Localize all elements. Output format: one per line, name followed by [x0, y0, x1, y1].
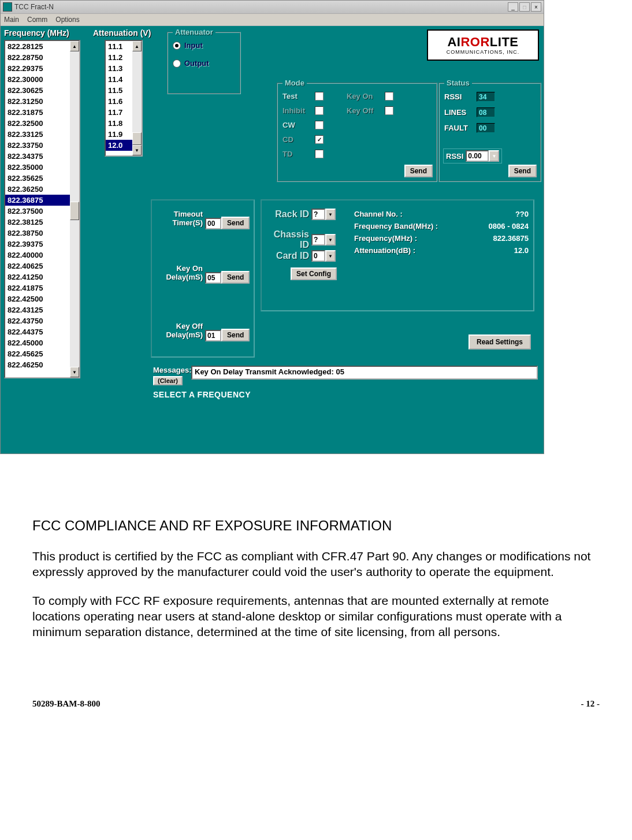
- frequency-item[interactable]: 822.34375: [5, 151, 79, 162]
- frequency-item[interactable]: 822.41875: [5, 283, 79, 293]
- minimize-button[interactable]: _: [508, 2, 518, 12]
- mode-keyon[interactable]: Key On: [347, 92, 393, 101]
- frequency-item[interactable]: 822.35000: [5, 162, 79, 173]
- menu-options[interactable]: Options: [55, 16, 79, 24]
- keyoff-send-button[interactable]: Send: [221, 329, 250, 341]
- status-legend: Status: [444, 79, 472, 87]
- rssi-dropdown[interactable]: 0.00 ▼: [466, 150, 499, 162]
- checkbox-icon[interactable]: [315, 92, 324, 101]
- frequency-item[interactable]: 822.36875: [5, 195, 79, 206]
- doc-heading: FCC COMPLIANCE AND RF EXPOSURE INFORMATI…: [32, 516, 600, 534]
- atten-scrollbar[interactable]: ▲ ▼: [132, 41, 142, 155]
- maximize-button[interactable]: □: [519, 2, 530, 12]
- rack-id-dropdown[interactable]: ?▼: [311, 209, 336, 220]
- frequency-item[interactable]: 822.40000: [5, 250, 79, 261]
- frequency-item[interactable]: 822.35625: [5, 173, 79, 184]
- frequency-item[interactable]: 822.28125: [5, 41, 79, 52]
- checkbox-icon[interactable]: [385, 92, 393, 101]
- frequency-item[interactable]: 822.30000: [5, 74, 79, 85]
- attenuation-value: 12.0: [514, 246, 529, 255]
- rssi-value: 34: [477, 92, 495, 102]
- scroll-thumb[interactable]: [132, 132, 142, 145]
- frequency-item[interactable]: 822.32500: [5, 118, 79, 129]
- frequency-item[interactable]: 822.31875: [5, 107, 79, 118]
- timeout-input[interactable]: 00: [205, 218, 221, 229]
- set-config-button[interactable]: Set Config: [291, 267, 337, 280]
- messages-clear-button[interactable]: (Clear): [153, 376, 183, 385]
- scroll-thumb[interactable]: [70, 202, 79, 220]
- menu-comm[interactable]: Comm: [27, 16, 47, 24]
- frequency-item[interactable]: 822.44375: [5, 326, 79, 337]
- logo: AIRORLITE COMMUNICATIONS, INC.: [427, 29, 539, 61]
- frequency-item[interactable]: 822.45000: [5, 337, 79, 348]
- keyon-input[interactable]: 05: [205, 272, 221, 284]
- attenuator-input-radio[interactable]: Input: [173, 41, 235, 50]
- frequency-item[interactable]: 822.33750: [5, 140, 79, 151]
- messages-text: Key On Delay Transmit Acknowledged: 05: [191, 366, 538, 380]
- mode-keyoff[interactable]: Key Off: [347, 106, 393, 115]
- titlebar: TCC Fract-N _ □ ×: [1, 1, 544, 14]
- page-footer: 50289-BAM-8-800 - 12 -: [0, 653, 632, 720]
- frequency-listbox[interactable]: 822.28125822.28750822.29375822.30000822.…: [4, 40, 80, 378]
- chevron-down-icon[interactable]: ▼: [325, 209, 336, 220]
- frequency-item[interactable]: 822.40625: [5, 261, 79, 272]
- menu-main[interactable]: Main: [4, 16, 19, 24]
- chevron-down-icon[interactable]: ▼: [489, 150, 499, 162]
- scroll-down-icon[interactable]: ▼: [132, 145, 142, 155]
- attenuation-listbox[interactable]: 11.111.211.311.411.511.611.711.811.912.0…: [105, 40, 143, 157]
- messages-label: Messages:: [153, 366, 191, 374]
- frequency-item[interactable]: 822.28750: [5, 52, 79, 63]
- chassis-id-dropdown[interactable]: ?▼: [311, 234, 336, 246]
- mode-td[interactable]: TD: [282, 150, 324, 158]
- chevron-down-icon[interactable]: ▼: [325, 234, 336, 246]
- frequency-item[interactable]: 822.45625: [5, 348, 79, 359]
- frequency-item[interactable]: 822.38125: [5, 217, 79, 228]
- chevron-down-icon[interactable]: ▼: [325, 250, 336, 262]
- checkbox-icon[interactable]: [315, 106, 324, 115]
- mode-legend: Mode: [282, 79, 307, 87]
- mode-cw[interactable]: CW: [282, 121, 324, 129]
- frequency-item[interactable]: 822.43125: [5, 304, 79, 315]
- status-send-button[interactable]: Send: [508, 165, 537, 177]
- frequency-item[interactable]: 822.42500: [5, 293, 79, 304]
- keyoff-input[interactable]: 01: [205, 330, 221, 341]
- radio-icon: [173, 60, 181, 68]
- mode-inhibit[interactable]: Inhibit: [282, 106, 324, 115]
- freq-band-value: 0806 - 0824: [489, 222, 529, 231]
- frequency-item[interactable]: 822.30625: [5, 85, 79, 96]
- mode-group: Mode Test Inhibit CW CD TD Key On Key Of…: [277, 83, 437, 182]
- timeout-send-button[interactable]: Send: [221, 217, 250, 229]
- read-settings-button[interactable]: Read Settings: [469, 334, 531, 350]
- frequency-item[interactable]: 822.38750: [5, 228, 79, 239]
- frequency-item[interactable]: 822.41250: [5, 272, 79, 283]
- checkbox-icon[interactable]: [385, 106, 393, 115]
- frequency-item[interactable]: 822.29375: [5, 63, 79, 74]
- keyon-send-button[interactable]: Send: [221, 271, 250, 284]
- card-id-dropdown[interactable]: 0▼: [311, 250, 336, 262]
- mode-send-button[interactable]: Send: [404, 165, 433, 177]
- attenuator-group: Attenuator Input Output: [167, 32, 241, 94]
- frequency-item[interactable]: 822.33125: [5, 129, 79, 140]
- checkbox-icon[interactable]: [315, 135, 324, 144]
- frequency-item[interactable]: 822.43750: [5, 315, 79, 326]
- scroll-down-icon[interactable]: ▼: [70, 367, 79, 377]
- frequency-item[interactable]: 822.39375: [5, 239, 79, 250]
- close-button[interactable]: ×: [531, 2, 541, 12]
- scroll-up-icon[interactable]: ▲: [70, 41, 79, 51]
- frequency-item[interactable]: 822.46250: [5, 359, 79, 370]
- frequency-label: Frequency (MHz): [4, 28, 69, 38]
- freq-scrollbar[interactable]: ▲ ▼: [70, 41, 79, 377]
- checkbox-icon[interactable]: [315, 150, 324, 158]
- frequency-item[interactable]: 822.36250: [5, 184, 79, 195]
- app-icon: [3, 2, 12, 12]
- frequency-item[interactable]: 822.31250: [5, 96, 79, 107]
- mode-cd[interactable]: CD: [282, 135, 324, 144]
- doc-paragraph-2: To comply with FCC RF exposure requireme…: [32, 593, 600, 640]
- document-body: FCC COMPLIANCE AND RF EXPOSURE INFORMATI…: [0, 454, 632, 640]
- scroll-up-icon[interactable]: ▲: [132, 41, 142, 51]
- mode-test[interactable]: Test: [282, 92, 324, 101]
- attenuator-output-radio[interactable]: Output: [173, 59, 235, 68]
- frequency-item[interactable]: 822.37500: [5, 206, 79, 217]
- doc-paragraph-1: This product is certified by the FCC as …: [32, 548, 600, 580]
- checkbox-icon[interactable]: [315, 121, 324, 129]
